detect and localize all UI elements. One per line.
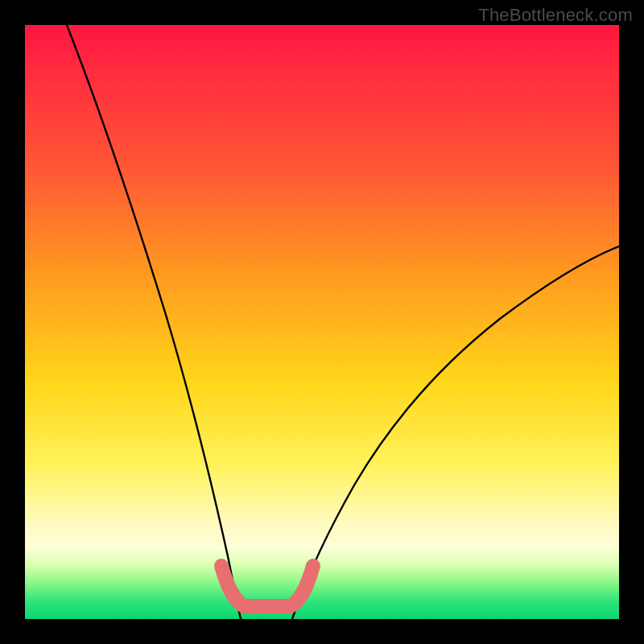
watermark-text: TheBottleneck.com: [478, 5, 633, 26]
chart-frame: TheBottleneck.com: [0, 0, 644, 644]
right-curve: [292, 246, 619, 619]
chart-overlay: [25, 25, 619, 619]
left-curve: [67, 25, 241, 619]
bottom-highlight: [221, 566, 313, 606]
